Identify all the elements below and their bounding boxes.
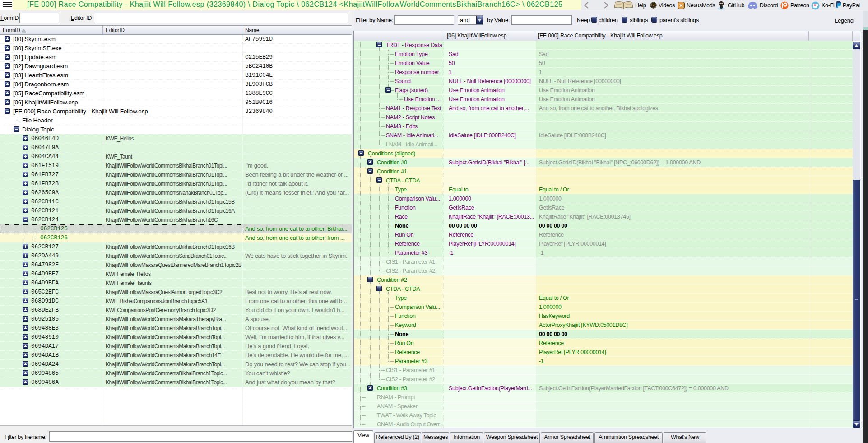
svg-text:GP: GP bbox=[651, 3, 656, 7]
